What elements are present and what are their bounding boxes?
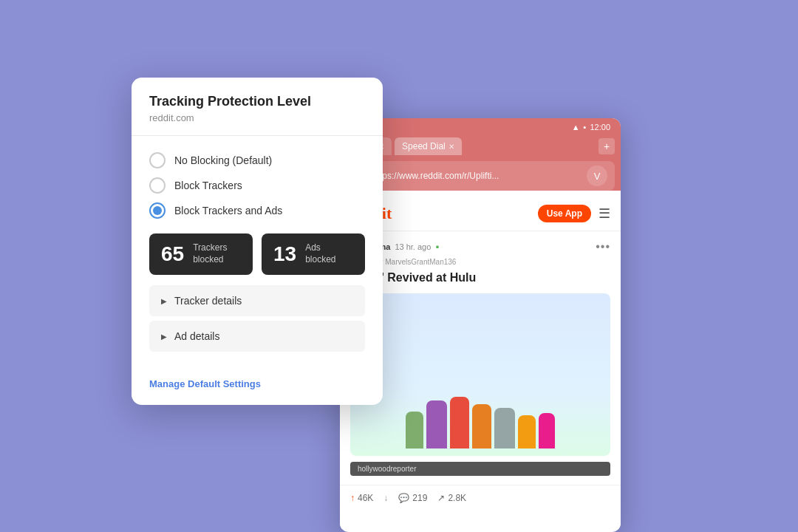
panel-domain: reddit.com [149,112,365,123]
panel-footer: Manage Default Settings [132,368,383,405]
upvote-action[interactable]: ↑ 46K [350,493,373,503]
option-no-blocking-label: No Blocking (Default) [174,154,272,166]
upvote-icon: ↑ [350,493,355,503]
comment-action[interactable]: 💬 219 [398,493,427,503]
tracker-details-label: Tracker details [174,295,242,307]
verified-icon: ● [435,243,439,250]
post-meta: r/futurama 13 hr. ago ● ••• [350,240,610,253]
downvote-icon: ↓ [383,493,388,503]
status-icons: ▲ ▪ 12:00 [572,123,610,132]
stats-row: 65 Trackersblocked 13 Adsblocked [149,233,365,275]
post-title: 'rama' Revived at Hulu [350,270,610,286]
trackers-blocked-number: 65 [161,242,184,266]
option-block-trackers-ads-label: Block Trackers and Ads [174,205,282,216]
futurama-scene [350,293,610,456]
signal-icon: ▲ [572,123,580,132]
share-count: 2.8K [448,493,466,503]
trackers-stat-card: 65 Trackersblocked [149,233,253,275]
ads-blocked-number: 13 [273,242,296,266]
tracker-details-arrow: ▶ [161,297,167,305]
character-4 [472,404,491,449]
tab-speed-dial-label: Speed Dial [402,141,446,151]
option-block-trackers-label: Block Trackers [174,180,242,191]
post-timestamp: 13 hr. ago [395,242,431,251]
tab-speed-dial[interactable]: Speed Dial ✕ [395,137,462,155]
share-icon: ↗ [437,493,445,503]
character-1 [406,412,423,449]
character-7 [539,413,555,449]
ad-details-label: Ad details [174,330,219,342]
radio-block-trackers-ads[interactable] [149,202,166,219]
ads-blocked-label: Adsblocked [305,242,335,265]
ad-details-row[interactable]: ▶ Ad details [149,321,365,352]
tracker-details-row[interactable]: ▶ Tracker details [149,285,365,316]
battery-icon: ▪ [584,123,587,132]
character-6 [518,415,536,449]
trackers-blocked-label: Trackersblocked [193,242,227,265]
option-block-trackers[interactable]: Block Trackers [149,173,365,198]
character-2 [426,400,447,449]
address-bar[interactable]: V https://www.reddit.com/r/Uplifti... V [346,161,615,191]
tab-speed-dial-close[interactable]: ✕ [449,143,454,151]
add-tab-button[interactable]: + [598,138,615,154]
tracking-protection-panel: Tracking Protection Level reddit.com No … [132,78,383,405]
panel-title: Tracking Protection Level [149,94,365,109]
manage-default-settings-link[interactable]: Manage Default Settings [149,378,261,389]
option-no-blocking[interactable]: No Blocking (Default) [149,148,365,173]
option-block-trackers-ads[interactable]: Block Trackers and Ads [149,198,365,223]
downvote-action[interactable]: ↓ [383,493,388,503]
post-source-bar: hollywoodreporter [350,462,610,476]
use-app-button[interactable]: Use App [538,205,591,222]
comment-count: 219 [412,493,427,503]
comment-icon: 💬 [398,493,409,503]
upvote-count: 46K [358,493,373,503]
radio-no-blocking[interactable] [149,152,166,168]
character-5 [494,408,515,449]
panel-body: No Blocking (Default) Block Trackers Blo… [132,136,383,368]
post-image [350,293,610,456]
post-more-options[interactable]: ••• [596,240,610,253]
share-action[interactable]: ↗ 2.8K [437,493,466,503]
menu-icon[interactable]: ☰ [598,205,610,222]
time-label: 12:00 [590,123,610,132]
post-actions: ↑ 46K ↓ 💬 219 ↗ 2.8K [340,485,621,511]
panel-header: Tracking Protection Level reddit.com [132,78,383,136]
radio-block-trackers[interactable] [149,177,166,194]
ads-stat-card: 13 Adsblocked [262,233,365,275]
character-3 [450,397,469,449]
url-text: https://www.reddit.com/r/Uplifti... [372,171,581,181]
post-author: Posted by MarvelsGrantMan136 [350,258,610,266]
radio-selected-dot [153,206,162,215]
ad-details-arrow: ▶ [161,332,167,341]
vivaldi-button[interactable]: V [587,166,607,186]
